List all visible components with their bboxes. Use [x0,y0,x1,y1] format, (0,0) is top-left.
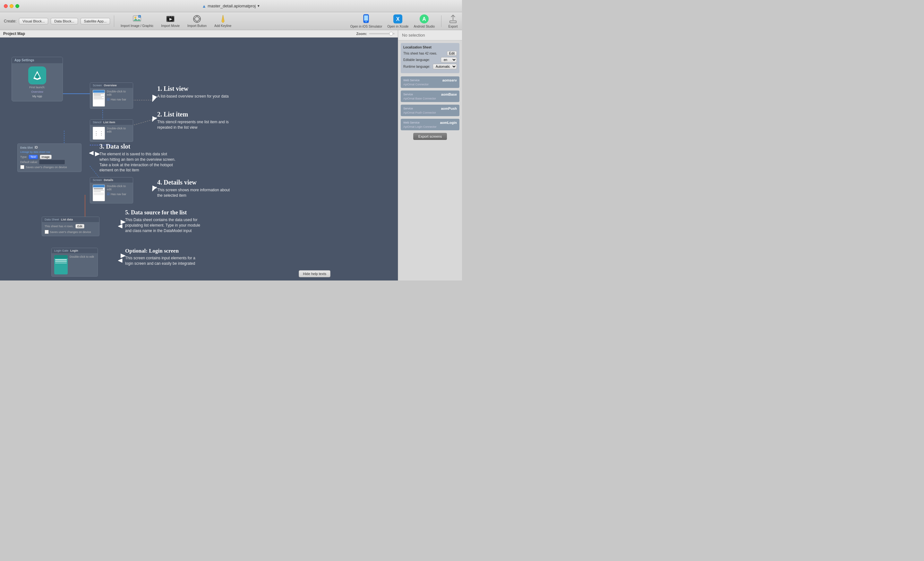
svg-rect-7 [171,16,172,17]
first-launch-text: First launch: [29,86,45,89]
svg-marker-30 [152,97,157,102]
annotation-4: 4. Details view This screen shows more i… [157,179,234,198]
service-0-header: Web Service aomserv [403,78,457,82]
app-settings-card[interactable]: App Settings First launch: Overview My A… [12,57,63,101]
service-card-0[interactable]: Web Service aomserv ApiOmat Connector [401,76,459,88]
app-settings-header: App Settings [12,57,63,63]
project-icon: ▲ [202,3,206,9]
screen-details-header: Screen Details [90,177,133,183]
editable-lang-select[interactable]: en [441,57,457,63]
app-settings-body: First launch: Overview My App [12,63,63,101]
minimize-button[interactable] [10,4,14,8]
loc-edit-btn[interactable]: Edit [447,51,457,56]
type-image-btn[interactable]: Image [40,155,52,159]
separator-1 [114,15,114,27]
traffic-lights[interactable] [4,4,19,8]
android-studio-btn[interactable]: A Android Studio [414,14,435,28]
svg-marker-31 [152,117,157,122]
xcode-label: Open in Xcode [387,25,408,28]
data-sheet-body: This sheet has 4 rows. Edit Saves user's… [42,222,99,236]
svg-rect-9 [166,21,168,22]
annotation-2: 2. List item This stencil represents one… [157,111,234,130]
export-icon [448,14,458,24]
svg-rect-8 [173,16,174,17]
data-sheet-saves-checkbox[interactable] [45,230,49,234]
login-gate-header: Login Gate Login [52,248,98,253]
export-btn[interactable]: Export [448,14,458,28]
svg-marker-44 [152,186,157,190]
right-panel: No selection Localization Sheet This she… [398,30,462,280]
import-button-btn[interactable]: Import Button [185,14,209,28]
svg-marker-42 [152,116,157,121]
data-slot-card[interactable]: Data Slot ID Linkage by data sheet row T… [17,144,81,172]
app-name-text: My App [32,94,42,98]
add-keyline-label: Add Keyline [214,24,231,28]
import-button-icon [192,15,201,23]
data-sheet-card[interactable]: Data Sheet List data This sheet has 4 ro… [42,217,99,236]
svg-rect-10 [173,21,174,22]
service-1-header: Service aomBase [403,92,457,96]
satellite-app-btn[interactable]: Satellite App... [81,18,110,24]
loc-sheet-title: Localization Sheet [403,46,457,49]
project-map-title: Project Map [3,32,25,36]
svg-marker-41 [152,94,157,99]
login-gate-card[interactable]: Login Gate Login Double-click to edit [51,248,98,277]
main-content: Project Map Zoom: [0,30,462,280]
screen-overview-body: Double-click to edit ☑ Has nav bar [90,88,133,108]
linkage-text: Linkage by data sheet row [20,150,79,153]
zoom-slider[interactable] [369,33,394,34]
annotation-5: 5. Data source for the list This Data sh… [125,209,202,233]
service-card-1[interactable]: Service aomBase ApiOmat Base Connector [401,90,459,102]
svg-point-21 [365,21,367,22]
svg-marker-18 [222,15,224,23]
svg-marker-34 [118,224,122,228]
zoom-label: Zoom: [356,32,367,36]
data-sheet-edit-btn[interactable]: Edit [75,224,84,228]
runtime-lang-select[interactable]: Automatic [433,64,457,69]
ios-simulator-label: Open in iOS Simulator [350,25,382,28]
ios-simulator-btn[interactable]: Open in iOS Simulator [350,14,382,28]
dropdown-arrow-icon[interactable]: ▼ [257,4,260,8]
add-keyline-icon [219,15,228,23]
window-title: ▲ master_detail.apiomatproj ▼ [202,3,260,9]
zoom-control: Zoom: [356,32,394,36]
no-selection-header: No selection [398,30,462,40]
add-keyline-btn[interactable]: Add Keyline [212,14,234,28]
svg-marker-33 [152,187,157,191]
svg-rect-20 [364,15,368,21]
service-card-2[interactable]: Service aomPush ApiOmat Push Connector [401,105,459,116]
data-slot-title: Data Slot [20,146,33,149]
saves-checkbox[interactable] [20,165,24,169]
import-movie-btn[interactable]: Import Movie [159,14,182,28]
screen-overview-header: Screen Overview [90,83,133,88]
data-block-btn[interactable]: Data Block... [51,18,78,24]
create-label: Create: [4,19,16,23]
close-button[interactable] [4,4,8,8]
type-text-btn[interactable]: Text [28,155,38,159]
annotation-1: 1. List view A list-based overview scree… [157,85,229,99]
svg-text:+: + [139,15,140,18]
service-card-3[interactable]: Web Service aomLogin ApiOmat Login Conne… [401,119,459,130]
service-2-header: Service aomPush [403,106,457,110]
import-image-btn[interactable]: + Import Image / Graphic [118,14,156,28]
import-image-icon: + [132,15,141,23]
android-studio-icon: A [419,14,429,24]
has-nav-bar-checkbox[interactable]: ☑ Has nav bar [107,98,130,101]
stencil-card[interactable]: Stencil List item ⋮⋮ Double-click to edi… [90,119,133,142]
xcode-btn[interactable]: X Open in Xcode [387,14,408,28]
overview-screen-ref: Overview [31,90,44,93]
hide-help-btn[interactable]: Hide help texts [299,270,330,277]
android-studio-label: Android Studio [414,25,435,28]
svg-point-1 [134,17,136,19]
details-nav-bar-checkbox[interactable]: ☑ Has nav bar [107,192,130,196]
toolbar-right: Open in iOS Simulator X Open in Xcode A … [350,14,458,28]
visual-block-btn[interactable]: Visual Block... [19,18,48,24]
project-map-header: Project Map Zoom: [0,30,398,38]
default-value-input[interactable] [39,160,65,164]
data-sheet-header: Data Sheet List data [42,217,99,222]
app-icon [28,66,46,84]
screen-details-card[interactable]: Screen Details Double-click [90,177,133,204]
export-screens-btn[interactable]: Export screens [413,133,447,140]
screen-overview-card[interactable]: Screen Overview [90,82,133,109]
zoom-button[interactable] [15,4,19,8]
